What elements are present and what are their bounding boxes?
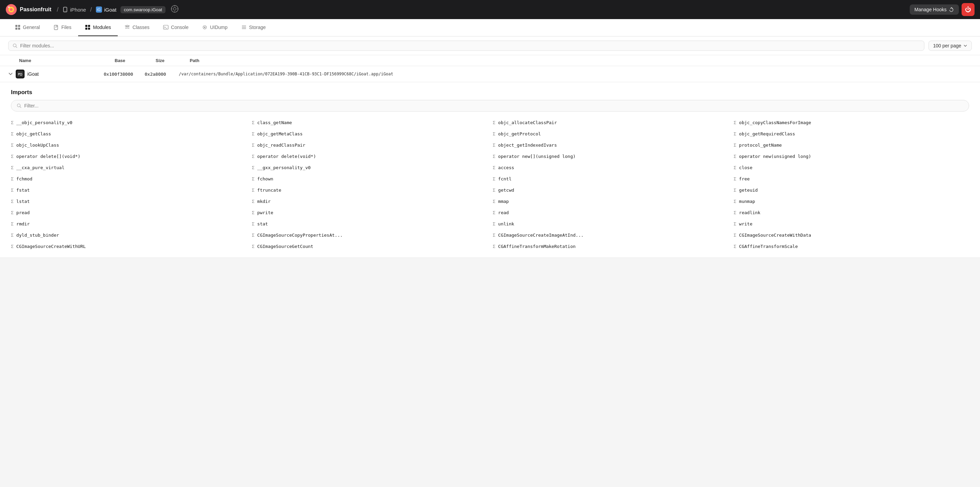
import-name: fcntl [498, 176, 512, 181]
import-item[interactable]: ΣCGImageSourceCreateImageAtInd... [490, 230, 731, 241]
imports-search-icon [17, 103, 22, 108]
import-item[interactable]: Σread [490, 207, 731, 218]
import-item[interactable]: Σobjc_copyClassNamesForImage [731, 117, 972, 128]
import-item[interactable]: Σmkdir [249, 196, 490, 207]
expand-chevron-icon[interactable] [8, 71, 13, 76]
tab-uidump[interactable]: UIDump [195, 19, 234, 36]
import-name: protocol_getName [739, 143, 782, 148]
tab-classes[interactable]: Classes [118, 19, 156, 36]
import-item[interactable]: Σgeteuid [731, 184, 972, 196]
breadcrumb-app[interactable]: iG iGoat [96, 6, 116, 13]
import-item[interactable]: Σoperator new(unsigned long) [731, 151, 972, 162]
import-item[interactable]: Σfree [731, 173, 972, 184]
import-item[interactable]: Σobjc_getProtocol [490, 128, 731, 140]
import-item[interactable]: Σobject_getIndexedIvars [490, 140, 731, 151]
tab-general[interactable]: General [8, 19, 47, 36]
import-name: objc_getMetaClass [257, 131, 303, 136]
import-item[interactable]: Σobjc_getRequiredClass [731, 128, 972, 140]
tab-console[interactable]: Console [156, 19, 195, 36]
import-item[interactable]: Σobjc_getMetaClass [249, 128, 490, 140]
sigma-icon: Σ [252, 233, 255, 238]
filter-input-wrap[interactable] [8, 41, 924, 51]
per-page-label: 100 per page [933, 43, 961, 48]
import-name: object_getIndexedIvars [498, 143, 557, 148]
sigma-icon: Σ [11, 176, 14, 181]
import-item[interactable]: Σdyld_stub_binder [8, 230, 249, 241]
files-icon [54, 25, 59, 30]
import-item[interactable]: Σoperator new[](unsigned long) [490, 151, 731, 162]
imports-filter-wrap[interactable] [11, 100, 969, 111]
import-item[interactable]: Σfchmod [8, 173, 249, 184]
sigma-icon: Σ [493, 199, 495, 204]
imports-grid: Σ__objc_personality_v0Σclass_getNameΣobj… [0, 117, 980, 257]
tab-files[interactable]: Files [47, 19, 78, 36]
import-item[interactable]: ΣCGAffineTransformMakeRotation [490, 241, 731, 252]
import-name: ftruncate [257, 187, 281, 193]
import-item[interactable]: Σoperator delete[](void*) [8, 151, 249, 162]
import-item[interactable]: Σreadlink [731, 207, 972, 218]
import-item[interactable]: Σ__cxa_pure_virtual [8, 162, 249, 173]
svg-rect-16 [15, 28, 18, 30]
sigma-icon: Σ [733, 131, 737, 136]
per-page-select[interactable]: 100 per page [929, 41, 972, 51]
import-item[interactable]: Σmunmap [731, 196, 972, 207]
import-item[interactable]: Σfchown [249, 173, 490, 184]
import-item[interactable]: Σfstat [8, 184, 249, 196]
import-name: __cxa_pure_virtual [16, 165, 65, 170]
import-name: CGAffineTransformMakeRotation [498, 244, 576, 249]
import-item[interactable]: Σgetcwd [490, 184, 731, 196]
import-item[interactable]: Σwrite [731, 218, 972, 230]
import-item[interactable]: Σ__objc_personality_v0 [8, 117, 249, 128]
import-name: CGImageSourceCopyPropertiesAt... [257, 233, 343, 238]
import-item[interactable]: Σpread [8, 207, 249, 218]
import-item[interactable]: Σaccess [490, 162, 731, 173]
import-item[interactable]: Σobjc_getClass [8, 128, 249, 140]
import-name: mmap [498, 199, 509, 204]
imports-filter-input[interactable] [24, 103, 963, 108]
power-button[interactable]: ⏻ [962, 3, 975, 16]
sigma-icon: Σ [11, 244, 14, 249]
import-item[interactable]: Σstat [249, 218, 490, 230]
import-item[interactable]: Σ__gxx_personality_v0 [249, 162, 490, 173]
import-item[interactable]: ΣCGImageSourceGetCount [249, 241, 490, 252]
tab-storage[interactable]: Storage [234, 19, 273, 36]
import-item[interactable]: Σobjc_readClassPair [249, 140, 490, 151]
import-item[interactable]: ΣCGAffineTransformScale [731, 241, 972, 252]
sigma-icon: Σ [493, 131, 495, 136]
tab-uidump-label: UIDump [210, 25, 227, 30]
import-item[interactable]: Σunlink [490, 218, 731, 230]
import-item[interactable]: Σobjc_allocateClassPair [490, 117, 731, 128]
manage-hooks-button[interactable]: Manage Hooks [910, 5, 959, 15]
import-item[interactable]: Σobjc_lookUpClass [8, 140, 249, 151]
import-item[interactable]: ΣCGImageSourceCreateWithData [731, 230, 972, 241]
import-item[interactable]: Σmmap [490, 196, 731, 207]
import-item[interactable]: Σclose [731, 162, 972, 173]
phone-icon [62, 7, 68, 12]
import-name: objc_allocateClassPair [498, 120, 557, 125]
tab-modules[interactable]: Modules [78, 19, 118, 36]
import-item[interactable]: Σlstat [8, 196, 249, 207]
breadcrumb-device[interactable]: iPhone [62, 7, 86, 13]
import-item[interactable]: Σclass_getName [249, 117, 490, 128]
svg-point-2 [10, 8, 13, 11]
import-name: munmap [739, 199, 755, 204]
sigma-icon: Σ [733, 233, 737, 238]
filter-input[interactable] [20, 43, 920, 48]
import-name: unlink [498, 221, 514, 227]
import-name: getcwd [498, 187, 514, 193]
import-item[interactable]: ΣCGImageSourceCopyPropertiesAt... [249, 230, 490, 241]
import-item[interactable]: Σpwrite [249, 207, 490, 218]
general-icon [15, 25, 21, 30]
import-item[interactable]: Σrmdir [8, 218, 249, 230]
import-item[interactable]: Σfcntl [490, 173, 731, 184]
import-item[interactable]: Σprotocol_getName [731, 140, 972, 151]
screenshot-icon[interactable] [171, 5, 178, 14]
import-item[interactable]: Σftruncate [249, 184, 490, 196]
import-name: fchown [257, 176, 273, 181]
import-name: objc_getRequiredClass [739, 131, 795, 136]
sigma-icon: Σ [11, 131, 14, 136]
import-item[interactable]: Σoperator delete(void*) [249, 151, 490, 162]
import-item[interactable]: ΣCGImageSourceCreateWithURL [8, 241, 249, 252]
breadcrumb-device-label: iPhone [70, 7, 86, 13]
sigma-icon: Σ [733, 187, 737, 193]
